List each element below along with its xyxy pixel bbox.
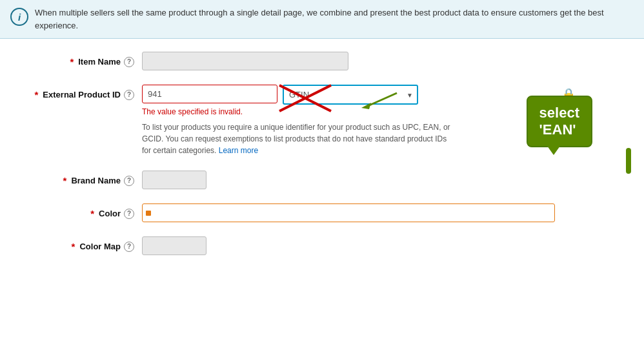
brand-name-input[interactable] (142, 171, 206, 189)
ext-label-text: External Product ID (43, 90, 121, 99)
item-name-help-icon[interactable]: ? (124, 57, 134, 67)
required-star: * (70, 56, 74, 67)
brand-name-label: * Brand Name ? (0, 171, 142, 186)
side-indicator (626, 148, 631, 174)
svg-line-2 (368, 93, 397, 106)
ext-required-star: * (35, 89, 39, 100)
info-text: When multiple sellers sell the same prod… (35, 6, 634, 32)
color-map-label: * Color Map ? (0, 236, 142, 252)
colormap-label-text: Color Map (79, 242, 121, 251)
help-para-text: To list your products you require a uniq… (142, 123, 450, 155)
learn-more-link[interactable]: Learn more (219, 146, 258, 155)
help-paragraph: To list your products you require a uniq… (142, 121, 452, 156)
color-label-text: Color (99, 209, 121, 218)
info-icon: i (10, 8, 28, 26)
brand-help-icon[interactable]: ? (124, 176, 134, 186)
colormap-input-area (142, 236, 555, 255)
item-name-input-area (142, 52, 555, 70)
ext-product-id-input-area: GTIN EAN UPC GCID ▼ (142, 85, 555, 156)
item-name-label-text: Item Name (78, 57, 121, 67)
item-name-input[interactable] (142, 52, 348, 70)
item-name-label: * Item Name ? (0, 52, 142, 67)
brand-name-row: * Brand Name ? (0, 171, 644, 189)
color-label: * Color ? (0, 203, 142, 219)
pointer-arrow-icon (361, 90, 400, 109)
ext-help-icon[interactable]: ? (124, 90, 134, 100)
color-map-row: * Color Map ? (0, 236, 644, 255)
brand-input-area (142, 171, 555, 189)
info-banner: i When multiple sellers sell the same pr… (0, 0, 644, 39)
color-input-area (142, 203, 555, 222)
ext-inputs-row: GTIN EAN UPC GCID ▼ (142, 85, 555, 105)
color-input-wrap (142, 203, 555, 222)
item-name-row: * Item Name ? (0, 52, 644, 70)
brand-label-text: Brand Name (71, 176, 121, 185)
color-map-input[interactable] (142, 236, 206, 255)
ext-id-input[interactable] (142, 85, 277, 103)
color-required-star: * (90, 208, 94, 219)
tooltip-bubble: select 'EAN' (527, 96, 592, 147)
color-help-icon[interactable]: ? (124, 209, 134, 219)
color-input[interactable] (142, 203, 555, 222)
colormap-required-star: * (72, 241, 75, 252)
colormap-help-icon[interactable]: ? (124, 242, 134, 252)
svg-marker-3 (361, 103, 371, 109)
color-row: * Color ? (0, 203, 644, 222)
brand-required-star: * (63, 175, 67, 186)
form-area: select 'EAN' * Item Name ? * External Pr… (0, 39, 644, 282)
error-text: The value specified is invalid. (142, 107, 555, 116)
color-indicator (146, 211, 151, 216)
external-product-id-label: * External Product ID ? (0, 85, 142, 100)
